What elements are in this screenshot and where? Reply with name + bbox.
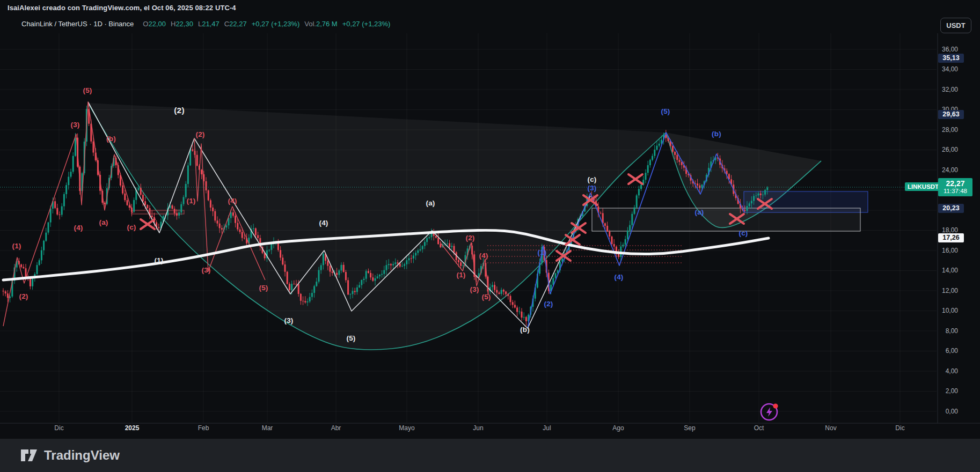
time-tick: Abr xyxy=(331,424,341,432)
wave-label: (a) xyxy=(694,208,704,216)
lightning-icon xyxy=(758,401,780,423)
time-tick: Mayo xyxy=(399,424,414,432)
price-tick: 10,00 xyxy=(928,307,958,314)
wave-label: (1) xyxy=(186,197,195,205)
price-level-badge: 35,13 xyxy=(938,54,964,63)
time-tick: Oct xyxy=(754,424,764,432)
bar-countdown: 11:37:48 xyxy=(938,188,972,195)
wave-label: (b) xyxy=(520,326,530,334)
price-level-badge: 20,23 xyxy=(938,204,964,213)
last-price-value: 22,27 xyxy=(938,179,972,188)
price-tick: 6,00 xyxy=(928,347,958,355)
wave-label: (b) xyxy=(712,130,721,138)
price-tick: 4,00 xyxy=(928,367,958,375)
price-tick: 14,00 xyxy=(928,267,958,274)
wave-label: (3) xyxy=(470,285,479,293)
wave-label: (c) xyxy=(127,223,136,231)
price-tick: 36,00 xyxy=(928,46,958,53)
price-tick: 28,00 xyxy=(928,126,958,134)
wave-label: (3) xyxy=(587,184,596,192)
last-price-badge: 22,27 11:37:48 xyxy=(938,178,972,196)
tradingview-logo-icon xyxy=(20,447,39,463)
time-tick: Nov xyxy=(825,424,836,432)
invalidation-x-mark xyxy=(141,219,155,229)
tradingview-logo-text: TradingView xyxy=(44,448,120,463)
wave-label: (4) xyxy=(228,197,237,205)
price-tick: 26,00 xyxy=(928,146,958,153)
wave-label: (5) xyxy=(259,284,268,292)
tradingview-logo[interactable]: TradingView xyxy=(20,447,120,463)
wave-label: (2) xyxy=(19,292,28,300)
wave-label: (b) xyxy=(106,135,116,143)
wave-label: (2) xyxy=(174,106,185,115)
time-tick: Ago xyxy=(612,424,624,432)
wave-label: (1) xyxy=(154,256,163,264)
time-tick: Feb xyxy=(198,424,209,432)
time-tick: 2025 xyxy=(125,424,140,432)
wave-label: (4) xyxy=(614,273,623,281)
time-tick: Dic xyxy=(54,424,63,432)
wave-label: (2) xyxy=(544,300,553,308)
price-tick: 2,00 xyxy=(928,387,958,395)
wave-label: (3) xyxy=(70,121,79,129)
wave-label: (c) xyxy=(587,175,596,183)
wave-label: (a) xyxy=(99,218,108,226)
wave-label: (3) xyxy=(201,266,210,274)
wave-label: (5) xyxy=(83,86,92,94)
price-level-badge: 17,26 xyxy=(938,233,964,242)
price-tick: 8,00 xyxy=(928,327,958,335)
price-level-badge: 29,63 xyxy=(938,110,964,119)
wave-label: (4) xyxy=(319,219,328,227)
wave-label: (2) xyxy=(465,234,474,242)
invalidation-x-mark xyxy=(628,174,642,184)
tradingview-chart-window: IsaiAlexei creado con TradingView.com, e… xyxy=(0,0,980,472)
time-tick: Jul xyxy=(543,424,551,432)
wave-label: (5) xyxy=(481,293,491,301)
price-tick: 34,00 xyxy=(928,65,958,73)
price-tick: 0,00 xyxy=(928,408,958,415)
bottom-bar: TradingView xyxy=(0,439,980,472)
wave-label: (1) xyxy=(12,242,21,250)
wave-label: (4) xyxy=(479,252,488,260)
wave-label: (1) xyxy=(456,271,465,279)
wave-label: (1) xyxy=(537,248,546,256)
wave-label: (3) xyxy=(284,316,293,324)
price-tick: 24,00 xyxy=(928,166,958,174)
price-tick: 32,00 xyxy=(928,86,958,93)
wave-label: (5) xyxy=(346,334,355,342)
wave-label: (2) xyxy=(195,130,204,138)
wave-label: (a) xyxy=(426,199,435,207)
price-line-symbol-tag: LINKUSDT xyxy=(905,182,941,191)
chart-canvas[interactable] xyxy=(0,0,980,472)
time-tick: Dic xyxy=(895,424,904,432)
price-tick: 18,00 xyxy=(928,226,958,234)
time-tick: Sep xyxy=(684,424,695,432)
time-tick: Mar xyxy=(262,424,273,432)
flash-indicator-button[interactable] xyxy=(758,401,780,423)
time-tick: Jun xyxy=(473,424,483,432)
wave-label: (5) xyxy=(661,107,670,115)
wave-label: (c) xyxy=(738,229,748,237)
wave-label: (4) xyxy=(74,224,83,232)
price-tick: 12,00 xyxy=(928,287,958,294)
price-tick: 16,00 xyxy=(928,247,958,254)
